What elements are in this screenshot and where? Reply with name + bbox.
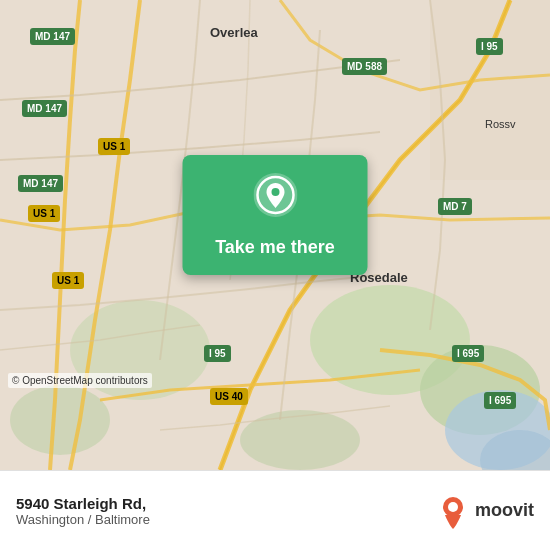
address-text: 5940 Starleigh Rd, [16, 495, 435, 512]
address-section: 5940 Starleigh Rd, Washington / Baltimor… [16, 495, 435, 527]
svg-point-5 [240, 410, 360, 470]
badge-i95-1: I 95 [476, 38, 503, 55]
badge-md147-2: MD 147 [22, 100, 67, 117]
svg-point-11 [271, 188, 279, 196]
badge-i95-3: I 95 [204, 345, 231, 362]
badge-us40: US 40 [210, 388, 248, 405]
badge-us1-2: US 1 [28, 205, 60, 222]
svg-rect-8 [430, 0, 550, 180]
badge-md147-1: MD 147 [30, 28, 75, 45]
badge-us1-1: US 1 [98, 138, 130, 155]
badge-md7: MD 7 [438, 198, 472, 215]
button-icon-area [183, 155, 368, 229]
badge-i695-1: I 695 [452, 345, 484, 362]
moovit-text: moovit [475, 500, 534, 521]
badge-md588: MD 588 [342, 58, 387, 75]
badge-us1-3: US 1 [52, 272, 84, 289]
map-container: MD 147 MD 147 MD 147 US 1 US 1 US 1 I 95… [0, 0, 550, 470]
bottom-bar: 5940 Starleigh Rd, Washington / Baltimor… [0, 470, 550, 550]
moovit-logo: moovit [435, 493, 534, 529]
city-text: Washington / Baltimore [16, 512, 435, 527]
location-pin-icon [253, 173, 297, 217]
moovit-logo-icon [435, 493, 471, 529]
badge-md147-3: MD 147 [18, 175, 63, 192]
button-label: Take me there [195, 229, 355, 275]
osm-attribution: © OpenStreetMap contributors [8, 373, 152, 388]
badge-i695-2: I 695 [484, 392, 516, 409]
take-me-there-button[interactable]: Take me there [183, 155, 368, 275]
svg-point-13 [448, 502, 458, 512]
svg-point-4 [10, 385, 110, 455]
